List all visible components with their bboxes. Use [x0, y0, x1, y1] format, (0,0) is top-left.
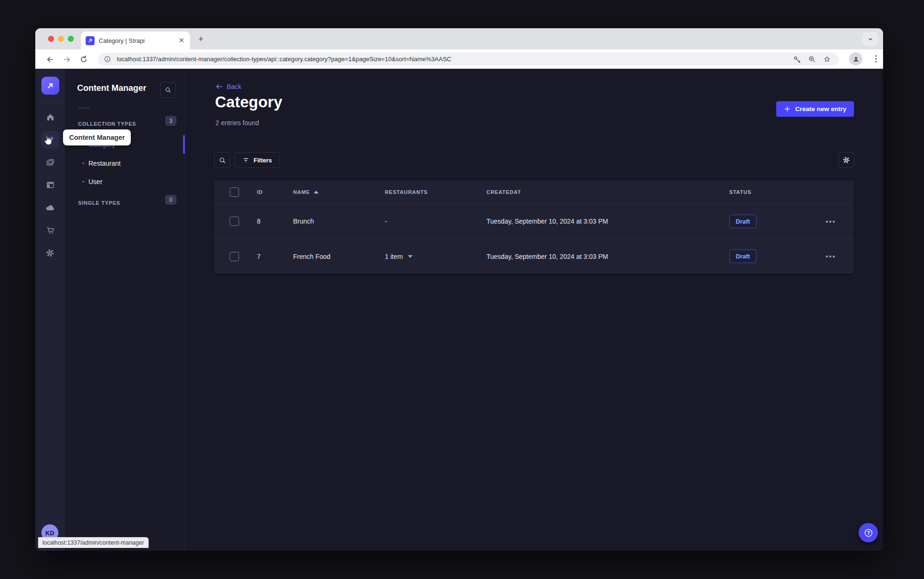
- browser-reload-icon[interactable]: [78, 53, 90, 65]
- more-actions-icon[interactable]: •••: [826, 217, 836, 225]
- table-header-row: ID NAME RESTAURANTS CREATEDAT STATUS: [214, 180, 854, 204]
- nav-tooltip: Content Manager: [63, 129, 131, 145]
- cloud-icon[interactable]: [41, 199, 59, 217]
- caret-down-icon[interactable]: [408, 255, 413, 258]
- new-tab-icon[interactable]: +: [195, 33, 207, 45]
- table-row[interactable]: 8 Brunch - Tuesday, September 10, 2024 a…: [214, 204, 854, 239]
- view-settings-button[interactable]: [838, 152, 854, 168]
- cell-restaurants: -: [385, 217, 486, 225]
- table-row[interactable]: 7 French Food 1 item Tuesday, September …: [214, 239, 854, 273]
- bullet-icon: [82, 162, 84, 164]
- bookmark-star-icon[interactable]: [823, 55, 831, 64]
- status-badge: Draft: [729, 249, 757, 263]
- row-checkbox[interactable]: [230, 252, 239, 261]
- sort-asc-icon: [314, 191, 319, 193]
- tab-close-icon[interactable]: ✕: [177, 36, 185, 45]
- browser-menu-icon[interactable]: [872, 54, 880, 66]
- tab-search-chevron-icon[interactable]: [862, 32, 878, 46]
- cell-name: French Food: [293, 253, 385, 260]
- subnav-search-button[interactable]: [160, 82, 176, 98]
- cell-createdat: Tuesday, September 10, 2024 at 3:03 PM: [486, 253, 729, 260]
- svg-text:?: ?: [867, 530, 869, 535]
- status-badge: Draft: [729, 215, 757, 228]
- sidebar-item-restaurant[interactable]: Restaurant: [65, 154, 185, 173]
- plus-icon: [784, 105, 791, 113]
- column-header-id[interactable]: ID: [257, 189, 293, 195]
- browser-forward-icon[interactable]: [61, 53, 73, 65]
- sidebar-item-user[interactable]: User: [65, 172, 185, 191]
- cell-restaurants[interactable]: 1 item: [385, 253, 486, 260]
- cell-id: 8: [257, 217, 293, 225]
- info-icon[interactable]: [104, 56, 111, 63]
- help-button[interactable]: ?: [859, 523, 878, 542]
- filters-button[interactable]: Filters: [234, 152, 280, 168]
- back-link[interactable]: Back: [215, 83, 241, 90]
- column-header-createdat: CREATEDAT: [486, 189, 729, 195]
- profile-icon[interactable]: [849, 52, 862, 65]
- column-header-status: STATUS: [729, 189, 821, 195]
- minimize-button[interactable]: [58, 36, 64, 42]
- bullet-icon: [82, 181, 84, 183]
- cell-createdat: Tuesday, September 10, 2024 at 3:03 PM: [486, 217, 729, 225]
- browser-window: Category | Strapi ✕ + localhost:1337/adm…: [35, 28, 883, 551]
- nav-divider: [35, 102, 65, 103]
- search-icon: [164, 86, 172, 94]
- collection-types-count-badge: 3: [165, 116, 176, 126]
- search-button[interactable]: [214, 152, 230, 168]
- page-title: Category: [215, 93, 282, 111]
- browser-tab[interactable]: Category | Strapi ✕: [81, 32, 190, 49]
- url-text[interactable]: localhost:1337/admin/content-manager/col…: [117, 56, 839, 63]
- single-types-count-badge: 0: [165, 195, 176, 205]
- back-arrow-icon: [215, 83, 223, 90]
- zoom-icon[interactable]: [808, 55, 816, 64]
- content-type-builder-icon[interactable]: [41, 176, 59, 194]
- media-library-icon[interactable]: [41, 153, 59, 171]
- create-new-entry-button[interactable]: Create new entry: [776, 101, 854, 117]
- column-header-restaurants: RESTAURANTS: [385, 189, 486, 195]
- entries-count: 2 entries found: [215, 119, 259, 127]
- key-icon[interactable]: [793, 55, 801, 64]
- settings-icon[interactable]: [41, 244, 59, 262]
- select-all-checkbox[interactable]: [230, 187, 239, 197]
- marketplace-icon[interactable]: [41, 221, 59, 239]
- subnav-divider: [78, 108, 90, 108]
- traffic-lights: [48, 36, 74, 42]
- home-icon[interactable]: [41, 108, 59, 126]
- search-icon: [218, 156, 226, 164]
- more-actions-icon[interactable]: •••: [826, 252, 836, 260]
- browser-back-icon[interactable]: [44, 53, 56, 65]
- browser-tab-strip: Category | Strapi ✕ +: [35, 28, 883, 49]
- strapi-favicon-icon: [86, 36, 95, 45]
- single-types-label: SINGLE TYPES: [78, 200, 120, 206]
- cursor-icon: [43, 135, 53, 148]
- column-header-name[interactable]: NAME: [293, 189, 385, 195]
- strapi-admin-app: KD Content Manager COLLECTION TYPES 3 Ca…: [35, 69, 883, 551]
- gear-icon: [842, 156, 851, 164]
- cell-id: 7: [257, 253, 293, 260]
- row-checkbox[interactable]: [230, 217, 239, 226]
- close-button[interactable]: [48, 36, 54, 42]
- tab-title: Category | Strapi: [99, 37, 177, 44]
- entries-table: ID NAME RESTAURANTS CREATEDAT STATUS 8 B…: [214, 180, 854, 273]
- zoom-button[interactable]: [68, 36, 74, 42]
- main-content: Back Category 2 entries found Create new…: [185, 69, 883, 551]
- status-bar-tooltip: localhost:1337/admin/content-manager: [38, 537, 149, 548]
- strapi-logo-icon[interactable]: [41, 77, 59, 95]
- cell-name: Brunch: [293, 217, 385, 225]
- active-item-indicator: [183, 135, 185, 154]
- collection-types-label: COLLECTION TYPES: [78, 121, 136, 127]
- subnav-title: Content Manager: [77, 83, 146, 93]
- browser-toolbar: localhost:1337/admin/content-manager/col…: [35, 49, 883, 69]
- url-bar[interactable]: localhost:1337/admin/content-manager/col…: [98, 53, 839, 65]
- help-icon: ?: [863, 528, 874, 538]
- filter-icon: [242, 157, 249, 163]
